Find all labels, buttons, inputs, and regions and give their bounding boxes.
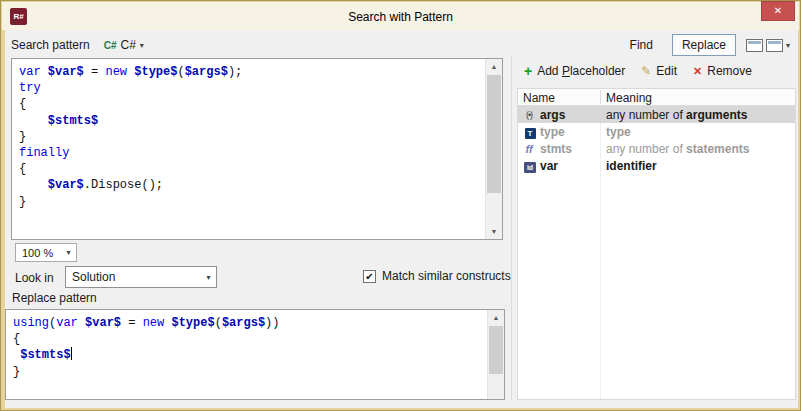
meaning-emphasis: identifier — [606, 159, 657, 173]
identifier-placeholder-icon: id — [524, 162, 536, 173]
pencil-icon: ✎ — [641, 65, 651, 77]
meaning-cell: identifier — [600, 159, 795, 173]
add-placeholder-button[interactable]: + Add Placeholder — [517, 62, 632, 80]
name-cell: (•) args — [518, 108, 600, 122]
label-part: laceholder — [570, 64, 625, 78]
table-row-stmts[interactable]: ff stmts any number of statements — [518, 140, 795, 157]
placeholder-name: type — [540, 125, 565, 139]
window-title: Search with Pattern — [2, 10, 799, 24]
meaning-emphasis: type — [606, 125, 631, 139]
edit-label: Edit — [656, 64, 677, 78]
replace-pattern-code: using(var $var$ = new $type$($args$)){ $… — [13, 315, 484, 397]
table-row-type[interactable]: T type type — [518, 123, 795, 140]
table-row-args[interactable]: (•) args any number of arguments — [518, 106, 795, 123]
remove-x-icon: ✕ — [693, 65, 702, 77]
title-bar[interactable]: R# Search with Pattern — [2, 2, 799, 30]
chevron-down-icon: ▾ — [61, 248, 76, 257]
remove-label: Remove — [707, 64, 752, 78]
statements-placeholder-icon: ff — [521, 143, 537, 155]
scrollbar-thumb[interactable] — [489, 326, 503, 374]
results-window-options-icon[interactable] — [766, 39, 783, 52]
meaning-emphasis: arguments — [686, 108, 747, 122]
name-cell: ff stmts — [518, 142, 600, 156]
match-similar-constructs-option[interactable]: ✔ Match similar constructs — [363, 269, 511, 283]
dialog-content: Search pattern C# C# ▾ Find Replace ▾ va… — [5, 30, 798, 408]
type-placeholder-icon: T — [525, 128, 536, 139]
icon-wrap: T — [521, 125, 537, 139]
column-header-name[interactable]: Name — [523, 91, 555, 105]
column-header-meaning[interactable]: Meaning — [606, 91, 652, 105]
replace-editor-scrollbar[interactable]: ▲ — [487, 310, 504, 399]
placeholders-toolbar: + Add Placeholder ✎ Edit ✕ Remove — [517, 60, 798, 82]
chevron-down-icon: ▾ — [201, 273, 216, 282]
placeholder-name: stmts — [540, 142, 572, 156]
zoom-value: 100 % — [16, 247, 61, 259]
match-similar-checkbox[interactable]: ✔ — [363, 270, 376, 283]
label-part: Add — [537, 64, 562, 78]
look-in-value: Solution — [66, 270, 201, 284]
panel-splitter[interactable] — [511, 56, 512, 400]
meaning-cell: any number of statements — [600, 142, 795, 156]
close-button[interactable]: ✕ — [761, 1, 795, 21]
edit-placeholder-button[interactable]: ✎ Edit — [634, 62, 684, 80]
icon-wrap: id — [521, 159, 537, 173]
remove-placeholder-button[interactable]: ✕ Remove — [686, 62, 759, 80]
search-pattern-editor[interactable]: var $var$ = new $type$($args$);try{ $stm… — [11, 58, 503, 240]
placeholder-name: var — [540, 159, 558, 173]
scroll-up-icon[interactable]: ▲ — [486, 59, 502, 74]
add-placeholder-label: Add Placeholder — [537, 64, 625, 78]
chevron-down-icon[interactable]: ▾ — [786, 41, 790, 50]
meaning-emphasis: statements — [686, 142, 749, 156]
meaning-cell: type — [600, 125, 795, 139]
search-with-pattern-dialog: R# Search with Pattern ✕ Search pattern … — [0, 0, 801, 411]
search-pattern-code: var $var$ = new $type$($args$);try{ $stm… — [19, 64, 482, 237]
plus-icon: + — [524, 65, 532, 77]
csharp-icon: C# — [104, 40, 117, 51]
language-picker[interactable]: C# C# ▾ — [100, 36, 148, 54]
meaning-text: any number of — [606, 142, 686, 156]
pattern-toolbar: Search pattern C# C# ▾ Find Replace ▾ — [5, 33, 796, 57]
search-editor-scrollbar[interactable]: ▲ ▼ — [485, 59, 502, 239]
placeholder-name: args — [540, 108, 565, 122]
results-window-buttons: ▾ — [746, 39, 790, 52]
scroll-down-icon[interactable]: ▼ — [486, 224, 502, 239]
arguments-placeholder-icon: (•) — [521, 110, 537, 120]
name-cell: id var — [518, 159, 600, 173]
scroll-up-icon[interactable]: ▲ — [488, 310, 504, 325]
match-similar-label: Match similar constructs — [382, 269, 511, 283]
table-header: Name Meaning — [518, 89, 795, 106]
name-cell: T type — [518, 125, 600, 139]
scrollbar-thumb[interactable] — [487, 75, 501, 193]
chevron-down-icon: ▾ — [140, 41, 144, 50]
meaning-cell: any number of arguments — [600, 108, 795, 122]
zoom-select[interactable]: 100 % ▾ — [15, 243, 77, 262]
language-label: C# — [121, 38, 136, 52]
look-in-label: Look in — [15, 271, 54, 285]
table-row-var[interactable]: id var identifier — [518, 157, 795, 174]
look-in-select[interactable]: Solution ▾ — [65, 266, 217, 288]
search-pattern-label: Search pattern — [11, 38, 90, 52]
label-accelerator: P — [562, 64, 570, 78]
results-window-icon[interactable] — [746, 39, 763, 52]
placeholders-table: Name Meaning (•) args any number of argu… — [517, 88, 796, 400]
replace-pattern-label: Replace pattern — [12, 291, 97, 305]
replace-tab[interactable]: Replace — [672, 34, 736, 56]
meaning-text: any number of — [606, 108, 686, 122]
find-tab[interactable]: Find — [621, 35, 662, 55]
replace-pattern-editor[interactable]: using(var $var$ = new $type$($args$)){ $… — [5, 309, 505, 400]
